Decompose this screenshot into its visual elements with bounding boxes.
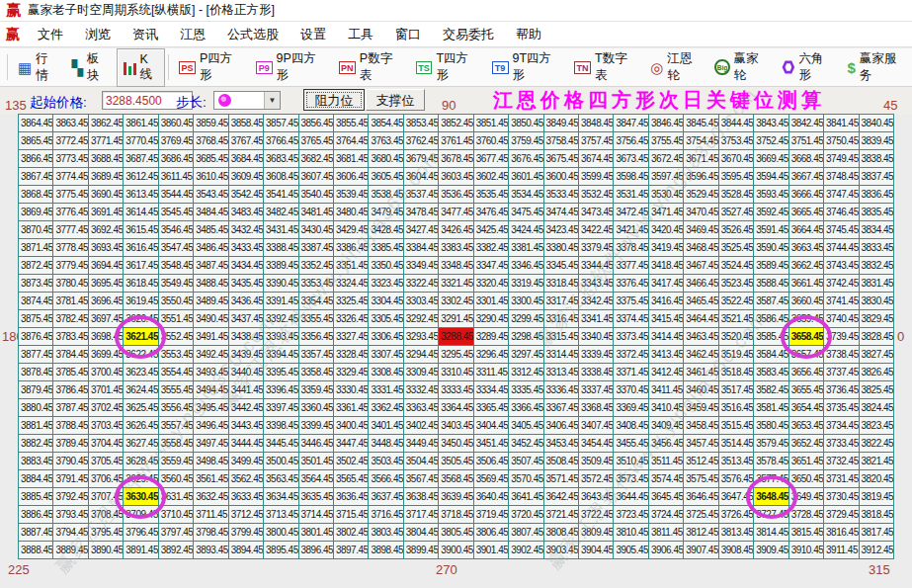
child-window-icon[interactable]: 赢 (6, 26, 20, 43)
menu-item-帮助[interactable]: 帮助 (505, 27, 552, 42)
grid-cell: 3898.45 (369, 542, 403, 559)
grid-cell: 3591.45 (754, 221, 788, 239)
grid-cell: 3340.45 (579, 328, 614, 346)
grid-cell: 3520.45 (718, 328, 753, 346)
menu-item-公式选股[interactable]: 公式选股 (216, 27, 290, 42)
grid-cell: 3832.45 (859, 257, 894, 275)
toolbar-button-P四方形[interactable]: PSP四方形 (172, 46, 249, 88)
grid-cell: 3465.45 (684, 293, 718, 310)
grid-cell: 3828.45 (859, 328, 894, 346)
grid-cell: 3701.45 (88, 381, 123, 399)
grid-cell: 3912.45 (859, 542, 894, 559)
grid-cell: 3462.45 (684, 346, 718, 364)
menu-item-工具[interactable]: 工具 (337, 27, 384, 42)
toolbar-button-T数字表[interactable]: TNT数字表 (567, 46, 643, 88)
step-label: 步长: (176, 94, 207, 112)
grid-cell: 3707.45 (88, 488, 123, 506)
toolbar-button-9T四方形[interactable]: T99T四方形 (485, 46, 568, 88)
grid-cell: 3812.45 (684, 524, 718, 542)
grid-cell: 3882.45 (19, 435, 53, 453)
grid-cell: 3410.45 (648, 399, 683, 417)
menu-item-文件[interactable]: 文件 (27, 27, 74, 42)
grid-cell: 3294.45 (403, 346, 438, 364)
grid-cell: 3521.45 (718, 310, 753, 328)
grid-cell: 3824.45 (859, 399, 894, 417)
grid-cell: 3572.45 (579, 470, 614, 488)
grid-cell: 3673.45 (614, 150, 648, 168)
grid-cell: 3905.45 (614, 542, 648, 559)
toolbar-button-P数字表[interactable]: PNP数字表 (332, 46, 409, 88)
key-level-cell: 3630.45 (124, 488, 158, 506)
grid-cell: 3816.45 (824, 524, 859, 542)
grid-cell: 3542.45 (228, 186, 263, 204)
dollar-icon: $ (847, 60, 855, 75)
menu-item-资讯[interactable]: 资讯 (122, 27, 169, 42)
menu-item-窗口[interactable]: 窗口 (384, 27, 432, 42)
grid-cell: 3683.45 (264, 150, 298, 168)
grid-cell: 3321.45 (439, 275, 473, 293)
toolbar-button-行情[interactable]: ▦行情 (11, 46, 65, 88)
grid-cell: 3315.45 (543, 328, 578, 346)
menu-item-交易委托[interactable]: 交易委托 (432, 27, 505, 42)
resistance-button[interactable]: 阻力位 (303, 89, 365, 111)
grid-cell: 3803.45 (369, 524, 403, 542)
grid-cell: 3408.45 (614, 417, 648, 435)
t9-icon: T9 (492, 61, 509, 74)
grid-cell: 3785.45 (53, 364, 88, 381)
chevron-down-icon[interactable]: ▼ (264, 92, 280, 109)
toolbar-button-六角形[interactable]: 六角形 (775, 46, 840, 88)
toolbar-button-板块[interactable]: ▚板块 (64, 46, 116, 88)
menu-item-浏览[interactable]: 浏览 (74, 27, 122, 42)
toolbar-button-赢家轮[interactable]: Big赢家轮 (707, 46, 775, 88)
grid-cell: 3558.45 (158, 435, 193, 453)
grid-cell: 3822.45 (859, 435, 894, 453)
grid-cell: 3446.45 (298, 435, 333, 453)
title-bar: 赢 赢家老子时空周期系统[纵横版] - [价格正方形] (0, 0, 912, 22)
grid-cell: 3896.45 (298, 542, 333, 559)
grid-cell: 3753.45 (718, 132, 753, 150)
grid-cell: 3291.45 (439, 310, 473, 328)
grid-cell: 3500.45 (264, 453, 298, 470)
grid-cell: 3760.45 (473, 132, 508, 150)
grid-cell: 3655.45 (788, 381, 823, 399)
grid-cell: 3605.45 (369, 168, 403, 186)
grid-cell: 3549.45 (158, 275, 193, 293)
grid-cell: 3877.45 (19, 346, 53, 364)
support-button[interactable]: 支撑位 (366, 89, 425, 111)
menu-item-江恩[interactable]: 江恩 (169, 27, 216, 42)
grid-cell: 3331.45 (369, 381, 403, 399)
toolbar-button-T四方形[interactable]: TST四方形 (409, 46, 485, 88)
grid-cell: 3373.45 (614, 328, 648, 346)
grid-cell: 3894.45 (228, 542, 263, 559)
grid-cell: 3773.45 (53, 150, 88, 168)
sectors-icon: ▚ (71, 60, 83, 75)
grid-cell: 3732.45 (824, 453, 859, 470)
grid-cell: 3320.45 (473, 275, 508, 293)
grid-cell: 3662.45 (788, 257, 823, 275)
grid-cell: 3860.45 (158, 115, 193, 132)
grid-cell: 3617.45 (124, 257, 158, 275)
step-select[interactable]: ▼ (213, 91, 281, 110)
grid-cell: 3887.45 (19, 524, 53, 542)
grid-cell: 3640.45 (473, 488, 508, 506)
toolbar-button-赢家服务[interactable]: $赢家服务 (840, 46, 912, 88)
toolbar-button-K线[interactable]: K线 (117, 48, 166, 87)
grid-cell: 3524.45 (718, 257, 753, 275)
grid-cell: 3694.45 (88, 257, 123, 275)
grid-cell: 3821.45 (859, 453, 894, 470)
menu-item-设置[interactable]: 设置 (290, 27, 337, 42)
grid-cell: 3608.45 (264, 168, 298, 186)
grid-cell: 3863.45 (53, 115, 88, 132)
toolbar-button-label: P数字表 (360, 50, 402, 84)
grid-cell: 3899.45 (403, 542, 438, 559)
grid-cell: 3757.45 (579, 132, 614, 150)
grid-cell: 3306.45 (369, 328, 403, 346)
toolbar-button-9P四方形[interactable]: P99P四方形 (249, 46, 332, 88)
grid-cell: 3561.45 (194, 470, 228, 488)
toolbar: ▦行情▚板块K线PSP四方形P99P四方形PNP数字表TST四方形T99T四方形… (0, 48, 912, 87)
grid-cell: 3418.45 (648, 257, 683, 275)
grid-cell: 3458.45 (684, 417, 718, 435)
grid-cell: 3613.45 (124, 186, 158, 204)
toolbar-button-江恩轮[interactable]: ◎江恩轮 (643, 46, 707, 88)
grid-cell: 3371.45 (614, 364, 648, 381)
